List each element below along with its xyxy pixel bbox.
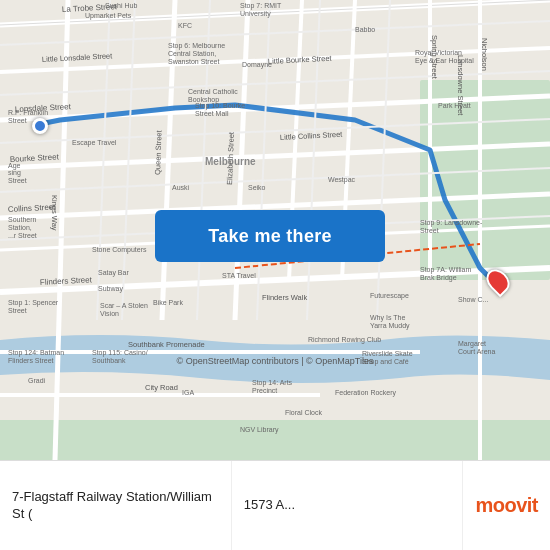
svg-text:IGA: IGA xyxy=(182,389,194,396)
svg-text:Stop 124: Batman: Stop 124: Batman xyxy=(8,349,64,357)
destination-value: 1573 A... xyxy=(244,497,451,514)
svg-text:Floral Clock: Floral Clock xyxy=(285,409,322,416)
svg-text:City Road: City Road xyxy=(145,383,178,392)
svg-text:Stop 6: Melbourne: Stop 6: Melbourne xyxy=(168,42,225,50)
svg-text:Shop and Café: Shop and Café xyxy=(362,358,409,366)
svg-text:Flinders Walk: Flinders Walk xyxy=(262,293,307,302)
svg-text:Stop 7A: William: Stop 7A: William xyxy=(420,266,472,274)
svg-text:Court Arena: Court Arena xyxy=(458,348,495,355)
svg-text:KFC: KFC xyxy=(178,22,192,29)
svg-text:Futurescape: Futurescape xyxy=(370,292,409,300)
svg-text:STA Travel: STA Travel xyxy=(222,272,256,279)
svg-text:Southbank Promenade: Southbank Promenade xyxy=(128,340,205,349)
svg-text:Central Catholic: Central Catholic xyxy=(188,88,238,95)
svg-text:Southbank: Southbank xyxy=(92,357,126,364)
origin-value: 7-Flagstaff Railway Station/William St ( xyxy=(12,489,219,523)
destination-marker xyxy=(488,268,508,294)
svg-text:Stop 9: Lansdowne-: Stop 9: Lansdowne- xyxy=(420,219,483,227)
svg-text:Scar – A Stolen: Scar – A Stolen xyxy=(100,302,148,309)
svg-text:Melbourne: Melbourne xyxy=(205,156,256,167)
svg-text:Flinders Street: Flinders Street xyxy=(8,357,54,364)
svg-text:Park Hyatt: Park Hyatt xyxy=(438,102,471,110)
svg-text:Gradi: Gradi xyxy=(28,377,46,384)
svg-text:Satay Bar: Satay Bar xyxy=(98,269,129,277)
destination-section: 1573 A... xyxy=(232,461,464,550)
svg-text:Sushi Hub: Sushi Hub xyxy=(105,2,137,9)
svg-text:Yarra Muddy: Yarra Muddy xyxy=(370,322,410,330)
svg-text:Stop 14: Arts: Stop 14: Arts xyxy=(252,379,293,387)
svg-text:Margaret: Margaret xyxy=(458,340,486,348)
svg-text:Stop 1: Spencer: Stop 1: Spencer xyxy=(8,299,59,307)
take-me-there-button[interactable]: Take me there xyxy=(155,210,385,262)
svg-text:Riverslide Skate: Riverslide Skate xyxy=(362,350,413,357)
svg-text:Escape Travel: Escape Travel xyxy=(72,139,117,147)
svg-text:Subway: Subway xyxy=(98,285,123,293)
origin-marker xyxy=(32,118,48,134)
svg-text:Kings Way: Kings Way xyxy=(50,195,59,231)
svg-text:Eye & Ear Hospital: Eye & Ear Hospital xyxy=(415,57,474,65)
svg-text:Stop 7: RMIT: Stop 7: RMIT xyxy=(240,2,282,10)
svg-text:Westpac: Westpac xyxy=(328,176,356,184)
svg-text:Why Is The: Why Is The xyxy=(370,314,405,322)
map-container: La Trobe Street Little Lonsdale Street L… xyxy=(0,0,550,460)
svg-text:...r Street: ...r Street xyxy=(8,232,37,239)
bottom-bar: 7-Flagstaff Railway Station/William St (… xyxy=(0,460,550,550)
moovit-logo-section: moovit xyxy=(463,461,550,550)
svg-text:Domayne: Domayne xyxy=(242,61,272,69)
svg-text:Federation Rockery: Federation Rockery xyxy=(335,389,397,397)
svg-text:Upmarket Pets: Upmarket Pets xyxy=(85,12,132,20)
svg-text:Swanston Street: Swanston Street xyxy=(168,58,219,65)
svg-text:Street: Street xyxy=(8,177,27,184)
svg-text:Babbo: Babbo xyxy=(355,26,375,33)
svg-text:Brak Bridge: Brak Bridge xyxy=(420,274,457,282)
svg-text:Bike Park: Bike Park xyxy=(153,299,183,306)
svg-text:Seiko: Seiko xyxy=(248,184,266,191)
svg-text:Street: Street xyxy=(8,117,27,124)
svg-text:Street Mall: Street Mall xyxy=(195,110,229,117)
svg-text:Royal Victorian: Royal Victorian xyxy=(415,49,462,57)
svg-text:Southern: Southern xyxy=(8,216,37,223)
svg-text:NGV Library: NGV Library xyxy=(240,426,279,434)
svg-text:Station,: Station, xyxy=(8,224,32,231)
origin-section: 7-Flagstaff Railway Station/William St ( xyxy=(0,461,232,550)
svg-text:Stop 115: Casino/: Stop 115: Casino/ xyxy=(92,349,148,357)
svg-text:University: University xyxy=(240,10,271,18)
svg-text:Nicholson: Nicholson xyxy=(480,38,489,71)
svg-text:Auski: Auski xyxy=(172,184,190,191)
svg-text:Show C...: Show C... xyxy=(458,296,488,303)
svg-text:Street: Street xyxy=(8,307,27,314)
svg-text:Precinct: Precinct xyxy=(252,387,277,394)
svg-text:Stone Computers: Stone Computers xyxy=(92,246,147,254)
svg-text:Central Station,: Central Station, xyxy=(168,50,216,57)
svg-text:Queen Street: Queen Street xyxy=(153,129,164,175)
moovit-logo-text: moovit xyxy=(475,494,538,517)
svg-text:R.F: Franklin: R.F: Franklin xyxy=(8,109,48,116)
svg-text:Street: Street xyxy=(420,227,439,234)
svg-text:Stop 10: Bourke: Stop 10: Bourke xyxy=(195,102,245,110)
svg-text:Richmond Rowing Club: Richmond Rowing Club xyxy=(308,336,381,344)
svg-text:sing: sing xyxy=(8,169,21,177)
svg-text:Vision: Vision xyxy=(100,310,119,317)
